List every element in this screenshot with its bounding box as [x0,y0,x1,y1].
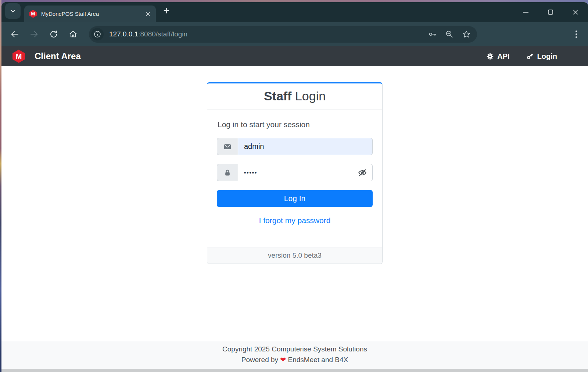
site-info-button[interactable] [91,28,104,40]
envelope-icon [223,143,232,151]
home-icon [69,30,78,39]
forward-button[interactable] [29,29,39,39]
powered-prefix: Powered by [241,356,280,364]
powered-line: Powered by ❤ EndsMeet and B4X [1,354,588,365]
browser-menu-button[interactable] [571,29,581,39]
login-card: Staff Login Log in to start your session [207,82,383,264]
tab-title: MyDonePOS Staff Area [41,11,143,17]
url-text[interactable]: 127.0.0.1:8080/staff/login [109,30,420,38]
zoom-out-button[interactable] [445,29,454,39]
window-minimize-button[interactable] [513,2,538,22]
lock-icon [224,169,231,177]
arrow-forward-icon [30,30,39,39]
navbar-link-api[interactable]: API [486,52,509,61]
login-card-body: Log in to start your session [207,110,382,236]
powered-suffix: EndsMeet and B4X [286,356,348,364]
tab-favicon: M [29,10,37,18]
username-input[interactable] [238,138,373,155]
window-controls [513,2,588,22]
browser-tab[interactable]: M MyDonePOS Staff Area [24,6,156,22]
window-close-button[interactable] [563,2,588,22]
forgot-password-link[interactable]: I forgot my password [217,216,373,225]
login-subtitle: Log in to start your session [218,120,373,129]
password-input[interactable] [238,164,373,181]
gear-icon [486,53,494,60]
eye-slash-icon [358,168,367,178]
site-navbar: M Client Area API Login [1,46,588,66]
key-icon [526,52,534,60]
new-tab-button[interactable] [160,4,173,17]
back-button[interactable] [10,29,20,39]
close-icon [573,10,578,15]
page-footer: Copyright 2025 Computerise System Soluti… [1,341,588,369]
username-addon [217,138,238,155]
login-title-bold: Staff [264,89,292,103]
browser-titlebar: M MyDonePOS Staff Area [1,2,588,22]
site-logo-letter: M [16,52,22,61]
site-logo[interactable]: M [12,50,25,63]
reload-icon [49,30,58,39]
navbar-link-login[interactable]: Login [526,52,557,61]
maximize-icon [548,10,553,15]
navbar-link-login-label: Login [537,52,557,61]
home-button[interactable] [68,29,78,39]
login-button[interactable]: Log In [217,190,373,207]
magnifier-minus-icon [445,30,454,39]
reload-button[interactable] [49,29,59,39]
heart-icon: ❤ [280,356,286,364]
bookmark-button[interactable] [462,29,471,39]
tab-favicon-letter: M [31,11,35,17]
desktop-wallpaper: M MyDonePOS Staff Area [0,0,588,372]
url-host: 127.0.0.1 [109,30,138,38]
star-icon [462,30,471,39]
tab-search-button[interactable] [5,3,21,19]
browser-toolbar: 127.0.0.1:8080/staff/login [1,22,588,46]
password-reveal-toggle[interactable] [357,167,368,178]
login-title-light: Login [291,89,326,103]
password-input-group [217,164,373,181]
login-card-title: Staff Login [207,83,382,110]
minimize-icon [523,12,528,13]
version-footer: version 5.0 beta3 [207,247,382,264]
site-brand[interactable]: Client Area [35,51,81,61]
page-content: Staff Login Log in to start your session [1,66,588,341]
kebab-menu-icon [575,30,577,39]
chevron-down-icon [10,8,16,14]
copyright-line: Copyright 2025 Computerise System Soluti… [1,344,588,354]
close-icon [146,12,150,16]
key-icon [428,30,437,39]
tab-close-button[interactable] [143,9,153,19]
navbar-link-api-label: API [497,52,509,61]
password-addon [217,164,238,181]
browser-window: M MyDonePOS Staff Area [1,2,588,372]
navbar-right: API Login [486,52,577,61]
username-input-group [217,138,373,155]
window-bottom-edge [1,369,588,372]
plus-icon [164,8,169,14]
arrow-back-icon [10,30,19,39]
address-bar[interactable]: 127.0.0.1:8080/staff/login [89,26,477,43]
info-icon [94,31,101,38]
url-path: :8080/staff/login [138,30,187,38]
window-maximize-button[interactable] [538,2,563,22]
saved-password-button[interactable] [428,29,437,39]
